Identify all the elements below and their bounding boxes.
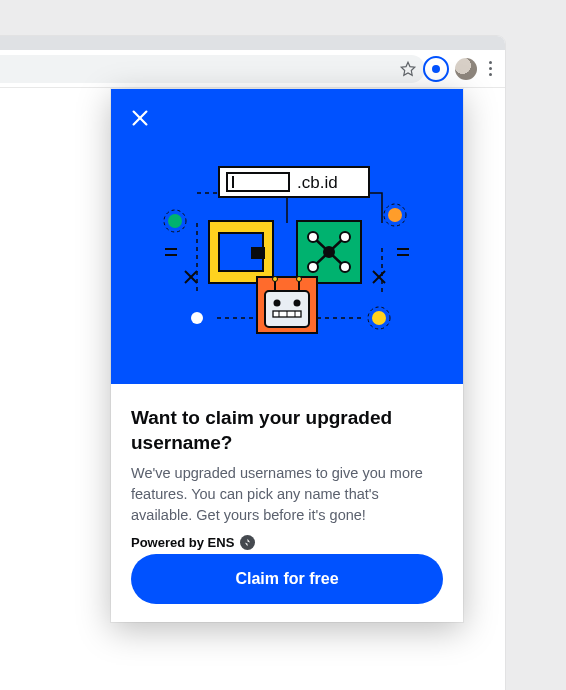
svg-marker-0 [401,62,415,75]
popup-title: Want to claim your upgraded username? [131,406,443,455]
profile-avatar[interactable] [455,58,477,80]
popup-description: We've upgraded usernames to give you mor… [131,463,443,525]
svg-point-29 [308,262,318,272]
svg-point-3 [168,214,182,228]
popup-hero: .cb.id [111,89,463,384]
domain-suffix: .cb.id [297,173,338,192]
svg-point-27 [308,232,318,242]
address-bar[interactable] [0,55,425,83]
popup-body: Want to claim your upgraded username? We… [111,384,463,622]
kebab-menu-icon[interactable] [483,61,497,76]
hero-illustration: .cb.id [157,153,417,363]
svg-point-8 [372,311,386,325]
svg-point-34 [274,300,281,307]
svg-point-31 [323,246,335,258]
svg-point-35 [294,300,301,307]
svg-point-7 [191,312,203,324]
svg-point-5 [388,208,402,222]
svg-rect-33 [265,291,309,327]
browser-toolbar [0,50,505,88]
close-button[interactable] [129,107,151,129]
svg-point-42 [273,277,278,282]
svg-point-28 [340,232,350,242]
bookmark-star-icon[interactable] [399,60,417,78]
claim-button[interactable]: Claim for free [131,554,443,604]
wallet-popup: .cb.id [111,89,463,622]
svg-rect-23 [251,247,265,259]
ens-icon [240,535,255,550]
powered-by-row: Powered by ENS [131,535,443,550]
coinbase-wallet-extension-icon[interactable] [423,56,449,82]
svg-rect-18 [219,167,369,197]
browser-tab-strip [0,36,505,50]
svg-point-43 [297,277,302,282]
powered-by-label: Powered by ENS [131,535,234,550]
svg-point-30 [340,262,350,272]
